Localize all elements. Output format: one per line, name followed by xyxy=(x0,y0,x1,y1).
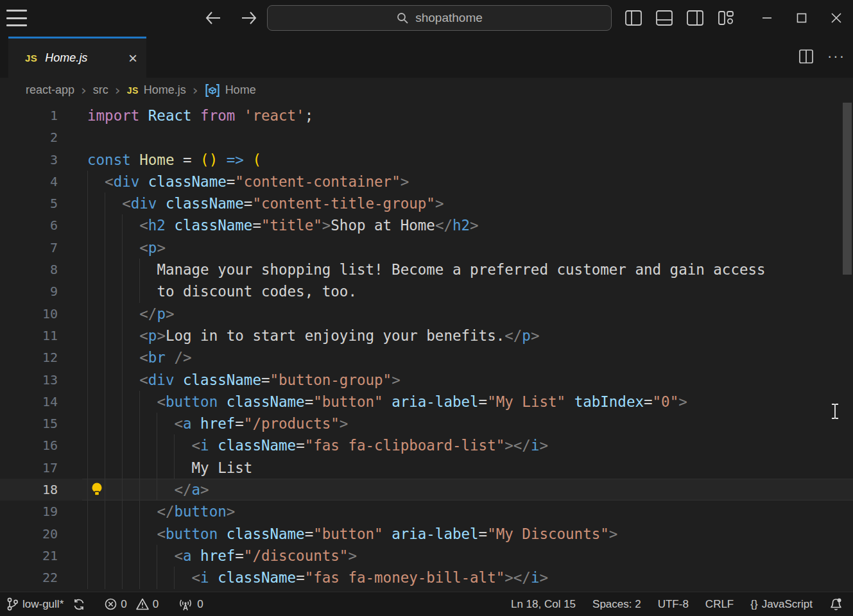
code-line[interactable]: 14<button className="button" aria-label=… xyxy=(0,391,853,413)
indent-guide xyxy=(105,193,122,214)
code-line[interactable]: 15<a href="/products"> xyxy=(0,413,853,434)
indent-guide xyxy=(87,346,105,368)
code-text: Manage your shopping list! Become a pref… xyxy=(87,259,766,280)
code-line[interactable]: 1import React from 'react'; xyxy=(0,105,853,126)
layout-sidebar-right-icon[interactable] xyxy=(685,9,705,27)
indent-guide xyxy=(139,391,157,413)
indent-guide xyxy=(157,545,174,567)
indent-guide xyxy=(122,259,139,280)
indent-guide xyxy=(87,214,105,236)
indent-guide xyxy=(122,567,139,588)
indent-guide xyxy=(122,479,139,501)
cursor-position[interactable]: Ln 18, Col 15 xyxy=(511,598,576,611)
code-line[interactable]: 8Manage your shopping list! Become a pre… xyxy=(0,259,853,280)
search-value: shopathome xyxy=(415,11,483,25)
code-line[interactable]: 19</button> xyxy=(0,501,853,522)
line-number: 7 xyxy=(0,237,58,259)
indent-guide xyxy=(105,259,122,280)
vertical-scrollbar[interactable] xyxy=(843,103,852,275)
chevron-right-icon: › xyxy=(115,82,121,98)
customize-layout-icon[interactable] xyxy=(716,9,736,27)
code-text: <h2 className="title">Shop at Home</h2> xyxy=(87,214,479,236)
code-line[interactable]: 20<button className="button" aria-label=… xyxy=(0,523,853,545)
indent-guide xyxy=(157,567,174,588)
symbol-module-icon xyxy=(205,83,220,98)
split-editor-icon[interactable] xyxy=(799,49,813,64)
code-line[interactable]: 13<div className="button-group"> xyxy=(0,369,853,391)
indent-guide xyxy=(87,413,105,434)
layout-panel-icon[interactable] xyxy=(655,9,674,27)
forward-icon[interactable] xyxy=(239,8,259,28)
indent-guide xyxy=(87,501,105,522)
indent-guide xyxy=(105,567,122,588)
menu-icon[interactable] xyxy=(6,10,27,26)
breadcrumb-home-js[interactable]: JS Home.js xyxy=(127,83,186,97)
line-number: 13 xyxy=(0,369,58,391)
indent-guide xyxy=(105,434,122,456)
line-number: 20 xyxy=(0,523,58,545)
code-line[interactable]: 11<p>Log in to start enjoying your benef… xyxy=(0,325,853,346)
line-number: 21 xyxy=(0,545,58,567)
minimize-button[interactable] xyxy=(750,5,784,31)
indent-guide xyxy=(87,434,105,456)
sync-icon[interactable] xyxy=(73,598,85,611)
language-mode[interactable]: {} JavaScript xyxy=(750,598,813,611)
indentation-setting[interactable]: Spaces: 2 xyxy=(592,598,641,611)
code-line[interactable]: 3const Home = () => ( xyxy=(0,149,853,171)
close-button[interactable] xyxy=(819,5,853,31)
code-text: </p> xyxy=(87,303,174,325)
code-editor[interactable]: 1import React from 'react';23const Home … xyxy=(0,103,853,592)
code-line[interactable]: 22<i className="fas fa-money-bill-alt"><… xyxy=(0,567,853,588)
breadcrumb-src[interactable]: src xyxy=(93,83,108,97)
indent-guide xyxy=(174,567,191,588)
notifications-bell[interactable] xyxy=(829,597,843,612)
code-line[interactable]: 4<div className="content-container"> xyxy=(0,171,853,193)
indent-guide xyxy=(122,325,139,346)
line-number: 6 xyxy=(0,214,58,236)
code-line[interactable]: 16<i className="fas fa-clipboard-list"><… xyxy=(0,434,853,456)
tab-close-icon[interactable]: × xyxy=(128,52,137,65)
indent-guide xyxy=(87,369,105,391)
code-line[interactable]: 18</a> xyxy=(0,479,853,501)
breadcrumb-react-app[interactable]: react-app xyxy=(26,83,74,97)
line-number: 12 xyxy=(0,346,58,368)
encoding-setting[interactable]: UTF-8 xyxy=(658,598,689,611)
command-center-search[interactable]: shopathome xyxy=(267,5,612,31)
line-number: 16 xyxy=(0,434,58,456)
breadcrumb-home-symbol[interactable]: Home xyxy=(205,83,256,98)
code-line[interactable]: 12<br /> xyxy=(0,346,853,368)
line-number: 17 xyxy=(0,457,58,479)
chevron-right-icon: › xyxy=(81,82,87,98)
indent-guide xyxy=(105,391,122,413)
code-text: <button className="button" aria-label="M… xyxy=(87,523,617,545)
warning-icon xyxy=(136,598,149,610)
problems-indicator[interactable]: 0 0 xyxy=(105,598,159,611)
line-number: 15 xyxy=(0,413,58,434)
code-line[interactable]: 6<h2 className="title">Shop at Home</h2> xyxy=(0,214,853,236)
back-icon[interactable] xyxy=(203,8,223,28)
tab-home-js[interactable]: JS Home.js × xyxy=(8,37,146,78)
ports-indicator[interactable]: 0 xyxy=(178,598,203,611)
eol-setting[interactable]: CRLF xyxy=(705,598,734,611)
code-line[interactable]: 5<div className="content-title-group"> xyxy=(0,193,853,214)
indent-guide xyxy=(139,545,157,567)
maximize-button[interactable] xyxy=(784,5,819,31)
code-line[interactable]: 9to discount codes, too. xyxy=(0,280,853,302)
indent-guide xyxy=(122,434,139,456)
code-text: to discount codes, too. xyxy=(87,280,357,302)
code-line[interactable]: 21<a href="/discounts"> xyxy=(0,545,853,567)
indent-guide xyxy=(122,501,139,522)
layout-sidebar-left-icon[interactable] xyxy=(624,9,643,27)
search-icon xyxy=(396,12,409,24)
code-line[interactable]: 10</p> xyxy=(0,303,853,325)
code-line[interactable]: 7<p> xyxy=(0,237,853,259)
vscode-window: shopathome xyxy=(0,0,853,616)
more-actions-icon[interactable]: ··· xyxy=(827,48,845,65)
source-control-branch[interactable]: low-gull* xyxy=(6,597,85,611)
indent-guide xyxy=(87,237,105,259)
line-number: 3 xyxy=(0,149,58,171)
code-line[interactable]: 17My List xyxy=(0,457,853,479)
code-line[interactable]: 2 xyxy=(0,126,853,148)
lightbulb-icon[interactable] xyxy=(90,482,104,498)
line-number: 10 xyxy=(0,303,58,325)
